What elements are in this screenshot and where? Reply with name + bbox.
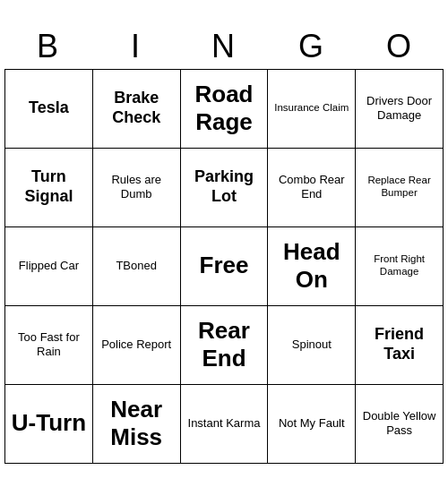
bingo-cell-23[interactable]: Not My Fault (268, 385, 356, 464)
bingo-cell-9[interactable]: Replace Rear Bumper (356, 149, 444, 227)
bingo-cell-8[interactable]: Combo Rear End (268, 149, 356, 227)
bingo-cell-3[interactable]: Insurance Claim (268, 70, 356, 149)
bingo-cell-5[interactable]: Turn Signal (5, 149, 93, 227)
header-o: O (356, 24, 444, 69)
bingo-cell-1[interactable]: Brake Check (93, 70, 181, 149)
bingo-cell-0[interactable]: Tesla (5, 70, 93, 149)
bingo-grid: TeslaBrake CheckRoad RageInsurance Claim… (4, 69, 444, 464)
bingo-cell-22[interactable]: Instant Karma (181, 385, 269, 464)
bingo-cell-16[interactable]: Police Report (93, 306, 181, 385)
bingo-card: B I N G O TeslaBrake CheckRoad RageInsur… (4, 24, 444, 464)
bingo-cell-15[interactable]: Too Fast for Rain (5, 306, 93, 385)
bingo-cell-17[interactable]: Rear End (181, 306, 269, 385)
header-n: N (180, 24, 268, 69)
bingo-cell-6[interactable]: Rules are Dumb (93, 149, 181, 227)
bingo-header: B I N G O (4, 24, 444, 69)
bingo-cell-24[interactable]: Double Yellow Pass (356, 385, 444, 464)
bingo-cell-11[interactable]: TBoned (93, 227, 181, 306)
bingo-cell-7[interactable]: Parking Lot (181, 149, 269, 227)
bingo-cell-20[interactable]: U-Turn (5, 385, 93, 464)
bingo-cell-21[interactable]: Near Miss (93, 385, 181, 464)
bingo-cell-13[interactable]: Head On (268, 227, 356, 306)
header-g: G (268, 24, 356, 69)
bingo-cell-2[interactable]: Road Rage (181, 70, 269, 149)
bingo-cell-10[interactable]: Flipped Car (5, 227, 93, 306)
bingo-cell-14[interactable]: Front Right Damage (356, 227, 444, 306)
bingo-cell-12[interactable]: Free (181, 227, 269, 306)
bingo-cell-19[interactable]: Friend Taxi (356, 306, 444, 385)
bingo-cell-18[interactable]: Spinout (268, 306, 356, 385)
header-b: B (4, 24, 92, 69)
bingo-cell-4[interactable]: Drivers Door Damage (356, 70, 444, 149)
header-i: I (92, 24, 180, 69)
